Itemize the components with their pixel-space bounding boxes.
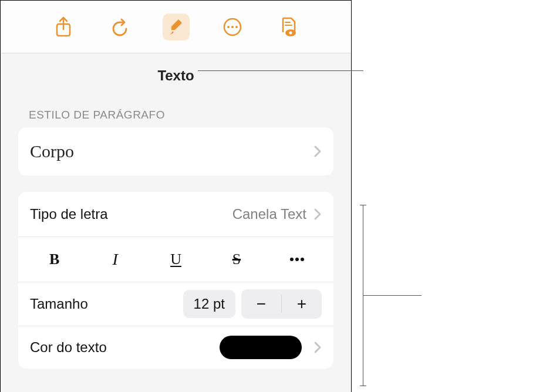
font-card: Tipo de letra Canela Text B I U S	[18, 192, 333, 369]
callout-line	[360, 386, 366, 386]
size-label: Tamanho	[30, 296, 88, 312]
format-panel: Texto ESTILO DE PARÁGRAFO Corpo Tipo de …	[0, 0, 352, 392]
callout-line	[363, 295, 422, 296]
more-button[interactable]	[219, 13, 246, 40]
svg-point-7	[290, 258, 294, 261]
document-eye-icon	[280, 16, 298, 38]
chevron-right-icon	[313, 207, 322, 221]
font-family-row[interactable]: Tipo de letra Canela Text	[18, 192, 333, 237]
format-toggles-row: B I U S	[18, 237, 333, 282]
share-button[interactable]	[50, 13, 77, 40]
svg-point-2	[227, 26, 230, 28]
panel-body: Texto ESTILO DE PARÁGRAFO Corpo Tipo de …	[1, 53, 351, 392]
undo-button[interactable]	[106, 13, 133, 40]
more-formatting-button[interactable]	[267, 248, 328, 271]
text-color-swatch[interactable]	[220, 336, 302, 359]
svg-point-4	[235, 26, 238, 28]
font-label: Tipo de letra	[30, 206, 108, 222]
underline-button[interactable]: U	[146, 248, 206, 271]
font-value: Canela Text	[232, 206, 306, 222]
size-value[interactable]: 12 pt	[183, 290, 235, 318]
svg-point-3	[231, 26, 234, 28]
size-increase-button[interactable]: +	[282, 289, 322, 319]
italic-button[interactable]: I	[85, 248, 145, 271]
bold-button[interactable]: B	[24, 248, 85, 271]
callout-line	[360, 205, 366, 205]
chevron-right-icon	[313, 340, 322, 354]
paragraph-style-card: Corpo	[18, 127, 333, 175]
size-stepper: − +	[241, 289, 322, 319]
callout-line	[198, 70, 363, 71]
share-icon	[55, 16, 72, 38]
chevron-right-icon	[313, 144, 322, 158]
svg-point-9	[301, 258, 304, 261]
brush-icon	[167, 17, 186, 37]
toolbar	[1, 1, 351, 53]
svg-point-8	[295, 258, 299, 261]
strikethrough-button[interactable]: S	[206, 248, 267, 271]
ellipsis-icon	[289, 256, 305, 262]
svg-point-6	[289, 31, 292, 34]
size-row: Tamanho 12 pt − +	[18, 282, 333, 326]
panel-title: Texto	[1, 53, 351, 98]
view-mode-button[interactable]	[275, 13, 302, 40]
text-color-row[interactable]: Cor do texto	[18, 326, 333, 369]
paragraph-style-row[interactable]: Corpo	[18, 127, 333, 175]
format-brush-button[interactable]	[163, 13, 190, 40]
paragraph-style-value: Corpo	[30, 141, 74, 161]
size-decrease-button[interactable]: −	[241, 289, 281, 319]
undo-icon	[110, 17, 130, 37]
paragraph-style-header: ESTILO DE PARÁGRAFO	[1, 98, 351, 127]
more-circle-icon	[222, 17, 242, 37]
text-color-label: Cor do texto	[30, 339, 107, 356]
